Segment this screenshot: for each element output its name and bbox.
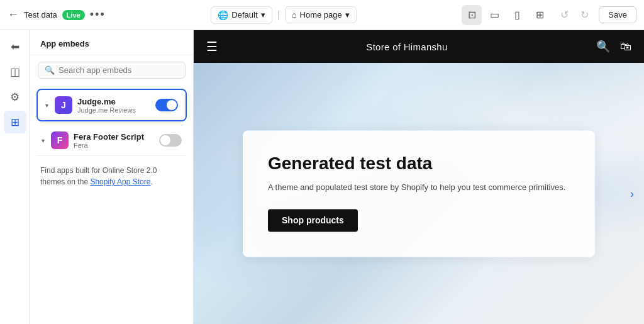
preview-area: ☰ Store of Himanshu 🔍 🛍 Generated test d… (194, 30, 644, 324)
search-box[interactable]: 🔍 (38, 62, 186, 79)
store-cart-icon[interactable]: 🛍 (620, 40, 631, 53)
undo-redo-controls: ↺ ↻ (555, 6, 594, 25)
hero-title: Generated test data (268, 153, 570, 174)
store-search-icon[interactable]: 🔍 (596, 40, 610, 53)
search-icon: 🔍 (45, 65, 55, 75)
mobile-view-button[interactable]: ▯ (507, 5, 527, 25)
live-badge: Live (62, 10, 85, 20)
topbar-left: ← Test data Live ••• (8, 8, 106, 21)
store-header-icons: 🔍 🛍 (596, 40, 631, 53)
judge-me-info: Judge.me Judge.me Reviews (77, 97, 150, 114)
topbar-title: Test data (24, 10, 57, 20)
hint-text: Find apps built for Online Store 2.0 the… (30, 156, 193, 196)
fera-name: Fera Footer Script (74, 132, 154, 142)
sidebar-item-layout[interactable]: ◫ (4, 60, 26, 83)
store-menu-icon[interactable]: ☰ (206, 39, 218, 54)
fera-icon: F (51, 131, 69, 149)
topbar-center: 🌐 Default ▾ | ⌂ Home page ▾ (112, 6, 456, 24)
tablet-view-button[interactable]: ▭ (484, 5, 504, 25)
topbar-separator: | (277, 9, 280, 21)
code-view-button[interactable]: ⊞ (530, 5, 550, 25)
chevron-down-icon-home: ▾ (345, 10, 350, 20)
default-selector[interactable]: 🌐 Default ▾ (211, 6, 272, 24)
home-icon: ⌂ (292, 10, 297, 20)
fera-sub: Fera (74, 142, 154, 149)
judge-me-embed[interactable]: ▾ J Judge.me Judge.me Reviews (36, 89, 187, 121)
fera-info: Fera Footer Script Fera (74, 132, 154, 149)
hero-card: Generated test data A theme and populate… (243, 130, 595, 257)
search-input[interactable] (58, 65, 179, 75)
default-label: Default (231, 10, 257, 20)
back-button[interactable]: ← (8, 8, 19, 21)
judge-me-name: Judge.me (77, 97, 150, 106)
fera-embed[interactable]: ▾ F Fera Footer Script Fera (36, 125, 187, 156)
undo-button[interactable]: ↺ (555, 6, 574, 25)
judge-me-icon: J (55, 96, 72, 114)
hero-description: A theme and populated test store by Shop… (268, 182, 570, 194)
sidebar-item-settings[interactable]: ⚙ (4, 86, 26, 108)
main-area: ⬅ ◫ ⚙ ⊞ App embeds 🔍 ▾ J Judge.me Judge.… (0, 30, 644, 324)
judge-me-sub: Judge.me Reviews (77, 106, 150, 114)
redo-button[interactable]: ↻ (575, 6, 594, 25)
store-title: Store of Himanshu (366, 42, 447, 52)
shop-products-button[interactable]: Shop products (268, 209, 358, 232)
fera-toggle-knob (160, 135, 170, 145)
sidebar-item-apps[interactable]: ⊞ (4, 111, 26, 133)
hero-next-arrow[interactable]: › (630, 187, 634, 200)
save-button[interactable]: Save (599, 6, 636, 23)
shopify-app-store-link[interactable]: Shopify App Store (90, 177, 150, 186)
judge-chevron-icon: ▾ (45, 102, 48, 109)
chevron-down-icon: ▾ (261, 10, 265, 20)
panel-title: App embeds (30, 30, 193, 55)
sidebar-item-exit[interactable]: ⬅ (4, 35, 26, 58)
globe-icon: 🌐 (218, 10, 228, 20)
fera-toggle[interactable] (159, 134, 182, 147)
view-icons: ⊡ ▭ ▯ ⊞ (462, 5, 550, 25)
icon-sidebar: ⬅ ◫ ⚙ ⊞ (0, 30, 30, 324)
more-menu-button[interactable]: ••• (90, 8, 106, 21)
home-page-selector[interactable]: ⌂ Home page ▾ (285, 6, 357, 23)
left-panel: App embeds 🔍 ▾ J Judge.me Judge.me Revie… (30, 30, 194, 324)
store-header: ☰ Store of Himanshu 🔍 🛍 (194, 30, 644, 63)
toggle-knob (167, 100, 177, 110)
topbar-right: ⊡ ▭ ▯ ⊞ ↺ ↻ Save (462, 5, 636, 25)
hint-suffix: . (150, 177, 152, 186)
judge-me-toggle[interactable] (155, 99, 178, 111)
home-page-label: Home page (300, 10, 342, 20)
desktop-view-button[interactable]: ⊡ (462, 5, 482, 25)
topbar: ← Test data Live ••• 🌐 Default ▾ | ⌂ Hom… (0, 0, 644, 30)
hero-section: Generated test data A theme and populate… (194, 63, 644, 324)
fera-chevron-icon: ▾ (42, 137, 45, 144)
